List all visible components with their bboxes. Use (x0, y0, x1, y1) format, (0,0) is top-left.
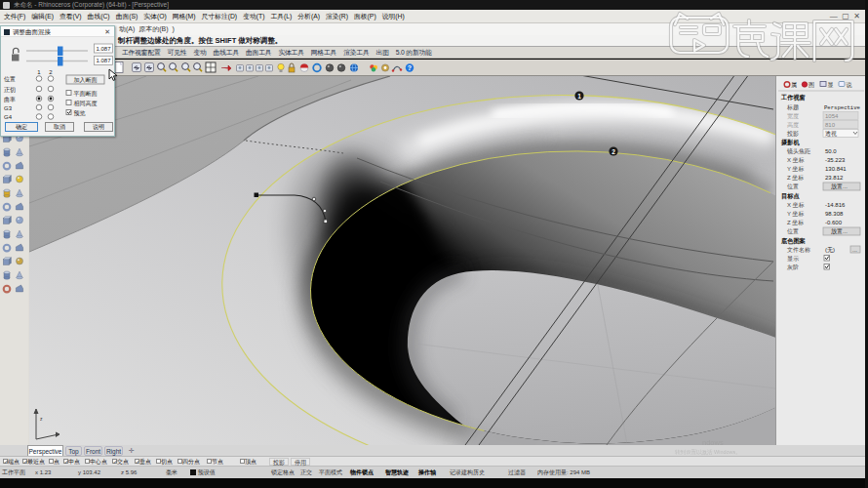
svg-text:正切: 正切 (4, 87, 16, 94)
svg-text:130.841: 130.841 (825, 166, 847, 172)
svg-text:底色图案: 底色图案 (780, 237, 806, 245)
svg-text:G3: G3 (4, 105, 13, 111)
svg-text:?: ? (408, 64, 412, 71)
svg-text:工作视窗: 工作视窗 (780, 94, 806, 102)
svg-text:属: 属 (791, 82, 797, 88)
svg-text:G4: G4 (4, 114, 13, 120)
svg-text:Z 坐标: Z 坐标 (787, 175, 804, 182)
svg-text:平面断面: 平面断面 (74, 90, 98, 98)
svg-text:摄影机: 摄影机 (780, 139, 800, 146)
svg-text:文件名称: 文件名称 (787, 246, 810, 254)
svg-text:预览: 预览 (74, 109, 86, 117)
svg-text:曲率: 曲率 (4, 96, 16, 103)
svg-text:位置: 位置 (787, 183, 799, 189)
svg-text:宽度: 宽度 (787, 112, 799, 120)
svg-text:显示: 显示 (787, 255, 799, 262)
svg-text:(无): (无) (825, 246, 835, 254)
svg-text:加入断面: 加入断面 (74, 76, 98, 84)
svg-text:透视: 透视 (825, 130, 837, 138)
svg-text:50.0: 50.0 (825, 148, 837, 154)
svg-text:2: 2 (612, 148, 615, 155)
svg-text:镜头焦距: 镜头焦距 (786, 147, 810, 155)
svg-text:Perspective: Perspective (824, 104, 860, 111)
svg-text:Z 坐标: Z 坐标 (787, 220, 804, 226)
svg-text:2: 2 (49, 69, 53, 75)
svg-text:放置...: 放置... (831, 183, 848, 190)
svg-text:1.087: 1.087 (96, 58, 111, 63)
svg-text:1: 1 (577, 93, 581, 100)
svg-text:Y 坐标: Y 坐标 (787, 166, 805, 173)
svg-text:目标点: 目标点 (781, 192, 800, 200)
svg-text:-0.600: -0.600 (825, 220, 843, 225)
svg-text:810: 810 (825, 122, 836, 128)
svg-text:标题: 标题 (786, 103, 799, 111)
svg-text:高度: 高度 (787, 121, 799, 129)
svg-text:Y 坐标: Y 坐标 (787, 211, 805, 218)
svg-text:1.087: 1.087 (96, 46, 111, 52)
svg-text:显: 显 (828, 82, 834, 88)
svg-text:X 坐标: X 坐标 (787, 157, 805, 164)
svg-text:X 坐标: X 坐标 (787, 202, 805, 209)
svg-text:图: 图 (809, 82, 814, 89)
svg-text:说: 说 (847, 82, 852, 89)
svg-text:-14.816: -14.816 (825, 202, 846, 208)
svg-text:灰阶: 灰阶 (787, 264, 799, 270)
svg-text:23.812: 23.812 (825, 175, 844, 181)
svg-text:...: ... (852, 247, 857, 253)
svg-text:1: 1 (37, 69, 41, 75)
svg-text:-35.223: -35.223 (825, 157, 846, 163)
svg-text:1054: 1054 (825, 113, 839, 119)
svg-text:相同高度: 相同高度 (74, 100, 98, 107)
svg-text:98.308: 98.308 (825, 211, 844, 217)
svg-text:投影: 投影 (786, 130, 799, 137)
svg-text:位置: 位置 (4, 76, 16, 82)
svg-text:位置: 位置 (787, 228, 799, 234)
svg-text:放置...: 放置... (831, 227, 848, 235)
